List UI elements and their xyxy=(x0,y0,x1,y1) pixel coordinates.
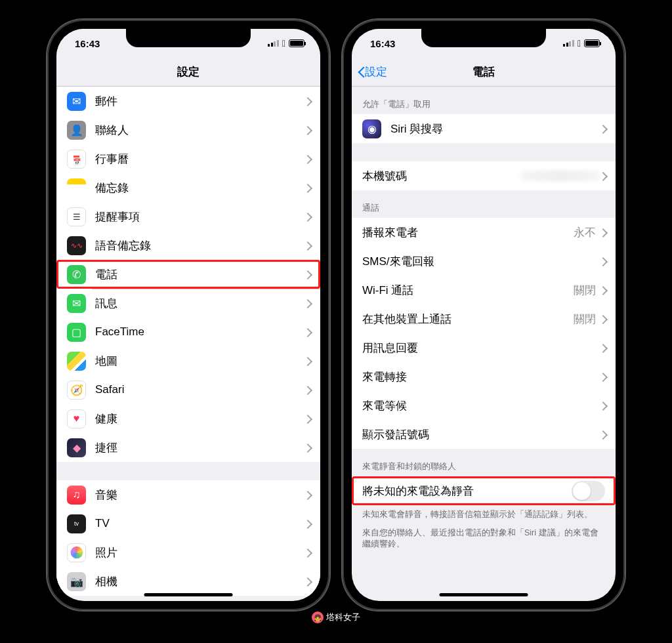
health-icon: ♥︎ xyxy=(67,409,86,428)
status-indicators: 􀙇 xyxy=(268,38,304,49)
chevron-right-icon xyxy=(600,286,605,295)
group-header-allow: 允許「電話」取用 xyxy=(352,87,616,114)
row-call-forwarding[interactable]: 來電轉接 xyxy=(352,362,616,391)
phone-left: 16:43 􀙇 設定 ✉︎ 郵件 👤 聯絡人 xyxy=(47,20,329,610)
row-label: Safari xyxy=(95,383,304,396)
row-label: 音樂 xyxy=(95,487,304,503)
photos-icon xyxy=(67,543,86,562)
row-health[interactable]: ♥︎ 健康 xyxy=(56,404,320,433)
mail-icon: ✉︎ xyxy=(67,92,86,111)
music-icon: ♫ xyxy=(67,486,86,505)
row-label: 語音備忘錄 xyxy=(95,238,304,253)
tv-icon: tv xyxy=(67,514,86,533)
row-calendar[interactable]: ▬📅 行事曆 xyxy=(56,144,320,173)
chevron-right-icon xyxy=(304,386,310,394)
row-safari[interactable]: 🧭 Safari xyxy=(56,375,320,404)
status-time: 16:43 xyxy=(75,38,100,49)
row-announce-calls[interactable]: 播報來電者 永不 xyxy=(352,218,616,247)
row-label: 訊息 xyxy=(95,296,304,311)
safari-icon: 🧭 xyxy=(67,381,86,400)
row-label: 用訊息回覆 xyxy=(362,341,600,356)
row-notes[interactable]: 備忘錄 xyxy=(56,173,320,202)
siri-icon: ◉ xyxy=(362,119,381,138)
battery-icon xyxy=(289,39,304,47)
group-footer: 未知來電會靜音，轉接語音信箱並顯示於「通話記錄」列表。 xyxy=(352,505,616,524)
row-sms-reporting[interactable]: SMS/來電回報 xyxy=(352,247,616,276)
row-label: 將未知的來電設為靜音 xyxy=(362,484,572,499)
group-footer: 來自您的聯絡人、最近撥出電話的對象和「Siri 建議」的來電會繼續響鈴。 xyxy=(352,524,616,553)
row-respond-text[interactable]: 用訊息回覆 xyxy=(352,333,616,362)
row-shortcuts[interactable]: ◆ 捷徑 xyxy=(56,433,320,462)
chevron-right-icon xyxy=(304,155,310,163)
phone-icon: ✆ xyxy=(67,265,86,284)
row-maps[interactable]: 地圖 xyxy=(56,346,320,375)
row-other-devices[interactable]: 在其他裝置上通話 關閉 xyxy=(352,304,616,333)
chevron-right-icon xyxy=(600,228,605,237)
row-music[interactable]: ♫ 音樂 xyxy=(56,480,320,509)
row-reminders[interactable]: ☰ 提醒事項 xyxy=(56,202,320,231)
row-value: 關閉 xyxy=(574,312,596,327)
nav-bar: 設定 xyxy=(56,58,320,87)
row-tv[interactable]: tv TV xyxy=(56,509,320,538)
voicememos-icon: ∿∿ xyxy=(67,236,86,255)
row-label: SMS/來電回報 xyxy=(362,254,600,269)
chevron-left-icon xyxy=(357,66,365,79)
row-siri[interactable]: ◉ Siri 與搜尋 xyxy=(352,114,616,143)
settings-list[interactable]: ✉︎ 郵件 👤 聯絡人 ▬📅 行事曆 xyxy=(56,87,320,601)
row-label: 提醒事項 xyxy=(95,209,304,224)
chevron-right-icon xyxy=(304,549,310,557)
chevron-right-icon xyxy=(600,172,605,180)
phone-settings[interactable]: 允許「電話」取用 ◉ Siri 與搜尋 本機號碼 通話 播報來電者 xyxy=(352,87,616,601)
chevron-right-icon xyxy=(304,213,310,221)
chevron-right-icon xyxy=(304,126,310,135)
chevron-right-icon xyxy=(600,315,605,323)
home-indicator xyxy=(144,593,233,596)
messages-icon: ✉︎ xyxy=(67,294,86,313)
row-my-number[interactable]: 本機號碼 xyxy=(352,161,616,190)
status-time: 16:43 xyxy=(370,38,395,49)
phone-right: 16:43 􀙇 設定 電話 允許「電話」取用 ◉ Siri 與搜尋 xyxy=(343,20,625,610)
contacts-icon: 👤 xyxy=(67,121,86,140)
calendar-icon: ▬📅 xyxy=(67,150,86,169)
row-mail[interactable]: ✉︎ 郵件 xyxy=(56,87,320,115)
chevron-right-icon xyxy=(304,415,310,423)
back-button[interactable]: 設定 xyxy=(357,64,387,79)
chevron-right-icon xyxy=(304,241,310,250)
row-voicememos[interactable]: ∿∿ 語音備忘錄 xyxy=(56,231,320,260)
row-label: 播報來電者 xyxy=(362,225,574,240)
watermark: 👧 塔科女子 xyxy=(312,612,360,623)
signal-icon xyxy=(268,40,279,47)
row-label: 照片 xyxy=(95,545,304,560)
chevron-right-icon xyxy=(600,344,605,352)
row-label: 來電等候 xyxy=(362,398,600,413)
wifi-icon: 􀙇 xyxy=(282,38,285,49)
chevron-right-icon xyxy=(600,430,605,439)
row-label: 本機號碼 xyxy=(362,169,521,184)
row-photos[interactable]: 照片 xyxy=(56,538,320,567)
silence-unknown-toggle[interactable] xyxy=(572,481,605,501)
maps-icon xyxy=(67,352,86,371)
chevron-right-icon xyxy=(600,373,605,381)
row-label: FaceTime xyxy=(95,325,304,339)
row-phone[interactable]: ✆ 電話 xyxy=(56,260,320,289)
row-facetime[interactable]: ▢ FaceTime xyxy=(56,318,320,346)
chevron-right-icon xyxy=(304,444,310,452)
row-messages[interactable]: ✉︎ 訊息 xyxy=(56,289,320,318)
row-show-caller-id[interactable]: 顯示發話號碼 xyxy=(352,420,616,449)
row-call-waiting[interactable]: 來電等候 xyxy=(352,391,616,420)
status-indicators: 􀙇 xyxy=(563,38,600,49)
chevron-right-icon xyxy=(304,270,310,279)
row-label: 在其他裝置上通話 xyxy=(362,312,574,327)
chevron-right-icon xyxy=(304,299,310,308)
screen-left: 16:43 􀙇 設定 ✉︎ 郵件 👤 聯絡人 xyxy=(56,29,320,601)
row-contacts[interactable]: 👤 聯絡人 xyxy=(56,115,320,144)
row-silence-unknown[interactable]: 將未知的來電設為靜音 xyxy=(352,476,616,505)
row-wifi-calling[interactable]: Wi-Fi 通話 關閉 xyxy=(352,276,616,304)
chevron-right-icon xyxy=(600,257,605,266)
group-header-calls: 通話 xyxy=(352,190,616,218)
row-camera[interactable]: 📷 相機 xyxy=(56,567,320,596)
camera-icon: 📷 xyxy=(67,572,86,591)
chevron-right-icon xyxy=(304,184,310,192)
wifi-icon: 􀙇 xyxy=(578,38,581,49)
phone-number-value xyxy=(521,171,600,181)
